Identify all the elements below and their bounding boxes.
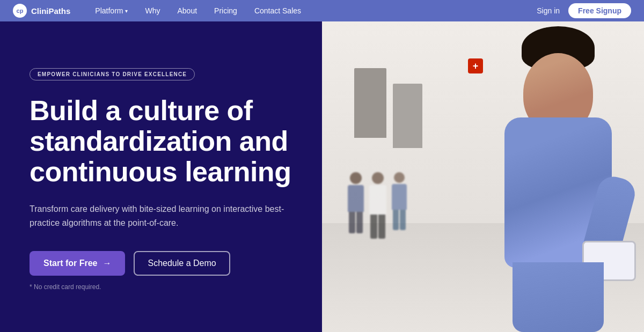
hero-title: Build a culture of standardization and c… (30, 95, 292, 188)
schedule-demo-button[interactable]: Schedule a Demo (134, 251, 230, 276)
disclaimer-text: * No credit card required. (30, 283, 292, 291)
figure-body (348, 185, 364, 212)
staff-figure-2 (369, 172, 386, 239)
background-staff-group (348, 172, 407, 239)
sign-in-link[interactable]: Sign in (537, 6, 560, 15)
figure-leg-r (400, 210, 406, 230)
hero-panel: Empower Clinicians to Drive Excellence B… (0, 21, 322, 332)
figure-body (369, 185, 386, 215)
start-free-button[interactable]: Start for Free → (30, 251, 125, 276)
free-signup-button[interactable]: Free Signup (568, 3, 631, 18)
figure-leg-r (356, 212, 363, 233)
arrow-right-icon: → (103, 259, 111, 268)
logo-icon: cp (13, 4, 27, 18)
nav-pricing[interactable]: Pricing (207, 3, 245, 18)
staff-figure-1 (348, 172, 364, 239)
figure-leg-l (349, 212, 355, 233)
hero-image-panel (322, 21, 644, 332)
nav-why[interactable]: Why (137, 3, 167, 18)
figure-head (372, 172, 384, 184)
figure-body (392, 184, 407, 210)
figure-leg-l (393, 210, 399, 230)
figure-legs (370, 215, 385, 239)
nav-contact-sales[interactable]: Contact Sales (247, 3, 309, 18)
staff-figure-3 (392, 172, 407, 239)
brand-name: CliniPaths (31, 6, 70, 16)
figure-legs (393, 210, 406, 230)
door-left (354, 68, 386, 138)
logo[interactable]: cp CliniPaths (13, 4, 70, 18)
nurse-legs (513, 262, 604, 332)
scene-background (322, 21, 644, 332)
nav-about[interactable]: About (170, 3, 204, 18)
nav-platform[interactable]: Platform ▾ (87, 3, 135, 18)
nav-right: Sign in Free Signup (537, 3, 631, 18)
figure-head (394, 172, 405, 183)
figure-legs (349, 212, 363, 233)
nav-links: Platform ▾ Why About Pricing Contact Sal… (87, 3, 537, 18)
nurse-foreground (478, 21, 639, 332)
navbar: cp CliniPaths Platform ▾ Why About Prici… (0, 0, 644, 21)
hero-subtitle: Transform care delivery with bite-sized … (30, 202, 287, 230)
door-right (393, 84, 422, 148)
hero-badge: Empower Clinicians to Drive Excellence (30, 68, 195, 80)
chevron-down-icon: ▾ (125, 8, 128, 14)
cta-buttons: Start for Free → Schedule a Demo (30, 251, 292, 276)
main-content: Empower Clinicians to Drive Excellence B… (0, 21, 644, 332)
figure-head (350, 172, 362, 184)
figure-leg-r (378, 215, 385, 239)
figure-leg-l (370, 215, 377, 239)
